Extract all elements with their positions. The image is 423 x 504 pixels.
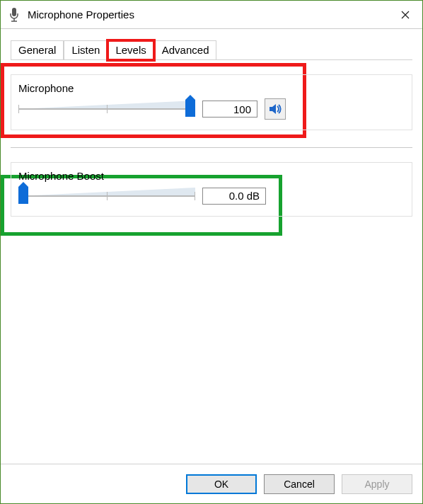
tab-row: General Listen Levels Advanced xyxy=(1,29,422,60)
microphone-properties-window: Microphone Properties General Listen Lev… xyxy=(0,0,423,504)
microphone-icon xyxy=(8,6,21,23)
tab-levels[interactable]: Levels xyxy=(108,40,153,60)
speaker-on-icon xyxy=(268,102,282,116)
microphone-group: Microphone xyxy=(11,74,412,130)
dialog-footer: OK Cancel Apply xyxy=(1,464,422,503)
titlebar: Microphone Properties xyxy=(1,1,422,29)
window-title: Microphone Properties xyxy=(28,8,391,21)
apply-button: Apply xyxy=(342,474,412,494)
close-button[interactable] xyxy=(391,4,419,25)
microphone-slider-thumb[interactable] xyxy=(185,100,195,117)
mute-button[interactable] xyxy=(265,98,286,120)
boost-label: Microphone Boost xyxy=(18,170,405,182)
tab-advanced[interactable]: Advanced xyxy=(154,40,217,60)
boost-slider-thumb[interactable] xyxy=(18,187,28,204)
boost-value: 0.0 dB xyxy=(202,188,266,205)
tab-listen[interactable]: Listen xyxy=(64,40,108,60)
cancel-button[interactable]: Cancel xyxy=(264,474,335,494)
microphone-slider[interactable] xyxy=(18,99,195,119)
svg-marker-6 xyxy=(270,104,276,114)
separator xyxy=(11,147,412,148)
boost-slider[interactable] xyxy=(18,186,195,206)
svg-rect-0 xyxy=(12,8,16,16)
close-icon xyxy=(401,11,410,19)
tab-general[interactable]: General xyxy=(11,40,64,60)
microphone-label: Microphone xyxy=(18,82,405,94)
ok-button[interactable]: OK xyxy=(186,474,257,494)
tab-content: Microphone xyxy=(1,60,422,464)
microphone-value-input[interactable] xyxy=(202,101,257,118)
boost-group: Microphone Boost 0.0 dB xyxy=(11,162,412,217)
